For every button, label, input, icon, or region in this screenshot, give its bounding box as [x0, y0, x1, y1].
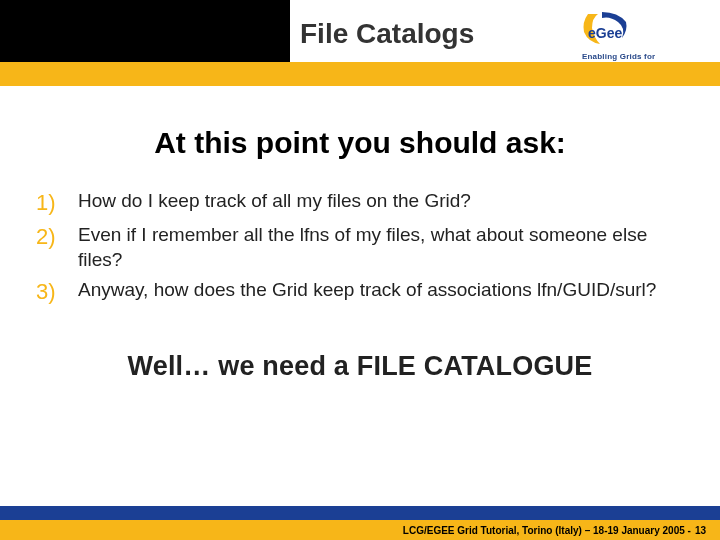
header-accent-box — [0, 0, 290, 62]
list-item: Anyway, how does the Grid keep track of … — [78, 277, 684, 303]
list-item: Even if I remember all the lfns of my fi… — [78, 222, 684, 273]
footer: LCG/EGEE Grid Tutorial, Torino (Italy) –… — [0, 506, 720, 540]
slide: File Catalogs eGee Enabling Grids for E-… — [0, 0, 720, 540]
page-number: 13 — [695, 525, 706, 536]
footer-blue-band — [0, 506, 720, 520]
egee-logo-icon: eGee — [578, 8, 632, 52]
content-heading: At this point you should ask: — [36, 126, 684, 160]
svg-text:eGee: eGee — [588, 25, 622, 41]
numbered-list: 1) How do I keep track of all my files o… — [36, 188, 684, 307]
logo-area: eGee Enabling Grids for E-science in Eur… — [578, 8, 708, 68]
list-item: How do I keep track of all my files on t… — [78, 188, 684, 214]
list-number: 3) — [36, 277, 78, 307]
footer-yellow-band: LCG/EGEE Grid Tutorial, Torino (Italy) –… — [0, 520, 720, 540]
list-number: 1) — [36, 188, 78, 218]
conclusion-text: Well… we need a FILE CATALOGUE — [36, 351, 684, 382]
header-yellow-band — [0, 62, 720, 86]
slide-title: File Catalogs — [300, 18, 474, 50]
logo-tagline-line1: Enabling Grids for — [582, 52, 655, 61]
footer-text: LCG/EGEE Grid Tutorial, Torino (Italy) –… — [403, 525, 691, 536]
content-area: At this point you should ask: 1) How do … — [0, 86, 720, 382]
list-number: 2) — [36, 222, 78, 252]
header: File Catalogs eGee Enabling Grids for E-… — [0, 0, 720, 86]
